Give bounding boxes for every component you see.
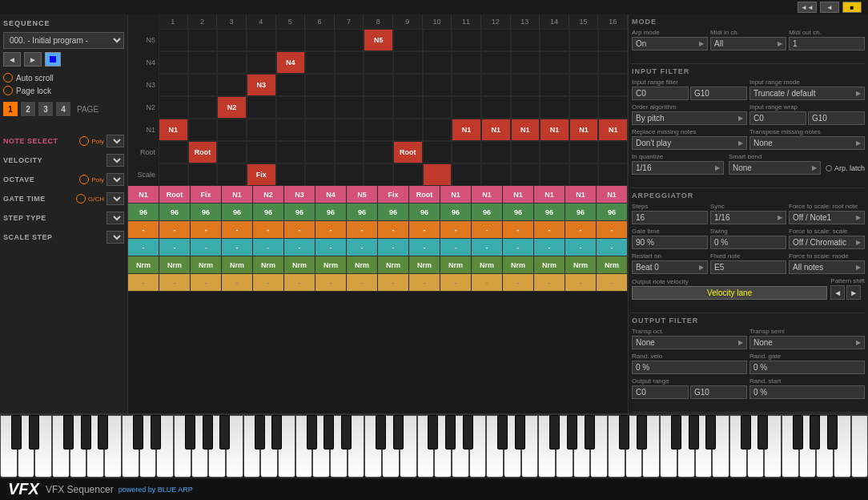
track-cell-step_type-8[interactable]: Nrm <box>378 256 409 273</box>
grid-cell-1-6[interactable] <box>335 51 364 74</box>
track-cell-scale_step-6[interactable]: - <box>315 274 347 291</box>
auto-scroll-row[interactable]: Auto scroll <box>3 73 124 83</box>
grid-cell-3-15[interactable] <box>598 96 628 119</box>
track-cell-gate_time-4[interactable]: - <box>253 239 284 256</box>
track-cell-gate_time-3[interactable]: - <box>222 239 253 256</box>
input-range-wrap-from[interactable]: C0 <box>749 111 806 125</box>
white-key-49[interactable] <box>851 415 868 478</box>
track-cell-gate_time-8[interactable]: - <box>378 239 409 256</box>
grid-cell-4-2[interactable] <box>217 119 247 141</box>
input-range-mode-val[interactable]: Truncate / default▶ <box>749 87 865 100</box>
grid-cell-4-0[interactable]: N1 <box>159 119 188 141</box>
grid-cell-4-7[interactable] <box>364 119 393 141</box>
force-root-val[interactable]: Off / Note1▶ <box>789 211 865 224</box>
track-cell-note_select-15[interactable]: N1 <box>597 186 628 203</box>
track-cell-octave-2[interactable]: - <box>191 221 222 238</box>
force-scale-val[interactable]: Off / Chromatic▶ <box>789 236 865 249</box>
grid-cell-0-12[interactable] <box>511 29 540 51</box>
track-cell-scale_step-12[interactable]: - <box>503 274 534 291</box>
restart-on-val[interactable]: Beat 0▶ <box>632 260 708 274</box>
track-cell-step_type-2[interactable]: Nrm <box>191 256 222 273</box>
track-cell-step_type-0[interactable]: Nrm <box>128 256 159 273</box>
grid-cell-1-8[interactable] <box>393 51 423 74</box>
track-cell-note_select-3[interactable]: N1 <box>222 186 253 203</box>
grid-cell-6-15[interactable] <box>598 163 628 186</box>
scale-step-dropdown[interactable]: ▼ <box>106 231 124 244</box>
velocity-dropdown[interactable]: ▼ <box>106 154 124 167</box>
track-cell-gate_time-13[interactable]: - <box>534 239 565 256</box>
track-cell-note_select-2[interactable]: Fix <box>191 186 222 203</box>
black-key-2-5[interactable] <box>341 415 352 450</box>
track-cell-octave-5[interactable]: - <box>284 221 315 238</box>
grid-cell-3-6[interactable] <box>335 96 364 119</box>
black-key-6-5[interactable] <box>827 415 838 450</box>
transport-btn-2[interactable]: ◄ <box>820 2 839 13</box>
grid-cell-6-10[interactable] <box>452 163 481 186</box>
track-cell-step_type-7[interactable]: Nrm <box>347 256 378 273</box>
grid-cell-3-12[interactable] <box>511 96 540 119</box>
grid-cell-4-9[interactable] <box>423 119 452 141</box>
grid-cell-3-8[interactable] <box>393 96 423 119</box>
fixed-note-val[interactable]: E5 <box>710 260 786 274</box>
black-key-0-0[interactable] <box>11 415 22 450</box>
track-cell-octave-4[interactable]: - <box>253 221 284 238</box>
track-cell-note_select-9[interactable]: Root <box>409 186 440 203</box>
note-select-dropdown[interactable]: ▼ <box>106 135 124 147</box>
midi-out-value[interactable]: 1 <box>789 37 865 50</box>
black-key-5-5[interactable] <box>705 415 716 450</box>
black-key-0-4[interactable] <box>81 415 91 450</box>
grid-cell-1-9[interactable] <box>423 51 452 74</box>
black-key-1-4[interactable] <box>203 415 213 450</box>
track-cell-velocity-15[interactable]: 96 <box>597 204 628 220</box>
track-cell-velocity-0[interactable]: 96 <box>128 204 159 220</box>
page-3-btn[interactable]: 3 <box>38 102 53 116</box>
black-key-1-1[interactable] <box>151 415 161 450</box>
arp-mode-value[interactable]: On▶ <box>632 37 708 50</box>
black-key-0-3[interactable] <box>63 415 74 450</box>
grid-cell-4-5[interactable] <box>305 119 335 141</box>
grid-cell-0-8[interactable] <box>393 29 423 51</box>
grid-cell-1-7[interactable] <box>364 51 393 74</box>
track-cell-octave-11[interactable]: - <box>472 221 503 238</box>
track-cell-gate_time-10[interactable]: - <box>440 239 472 256</box>
track-cell-note_select-0[interactable]: N1 <box>128 186 159 203</box>
octave-dropdown[interactable]: ▼ <box>106 173 124 186</box>
track-cell-octave-14[interactable]: - <box>565 221 597 238</box>
black-key-6-1[interactable] <box>757 415 768 450</box>
black-key-4-0[interactable] <box>497 415 508 450</box>
grid-cell-5-15[interactable] <box>598 141 628 163</box>
grid-cell-2-15[interactable] <box>598 74 628 96</box>
track-cell-velocity-1[interactable]: 96 <box>159 204 191 220</box>
grid-cell-3-10[interactable] <box>452 96 481 119</box>
in-quantize-val[interactable]: 1/16▶ <box>632 161 724 175</box>
grid-cell-4-13[interactable]: N1 <box>540 119 569 141</box>
auto-scroll-checkbox[interactable] <box>3 73 13 83</box>
track-cell-velocity-7[interactable]: 96 <box>347 204 378 220</box>
transport-btn-3[interactable]: ■ <box>842 2 862 13</box>
track-cell-scale_step-7[interactable]: - <box>347 274 378 291</box>
grid-cell-0-15[interactable] <box>598 29 628 51</box>
grid-cell-0-3[interactable] <box>247 29 276 51</box>
black-key-3-5[interactable] <box>463 415 473 450</box>
track-cell-gate_time-15[interactable]: - <box>597 239 628 256</box>
smart-bend-val[interactable]: None▶ <box>729 161 821 175</box>
track-cell-velocity-13[interactable]: 96 <box>534 204 565 220</box>
track-cell-note_select-4[interactable]: N2 <box>253 186 284 203</box>
grid-cell-5-9[interactable] <box>423 141 452 163</box>
track-cell-octave-6[interactable]: - <box>315 221 347 238</box>
black-key-6-3[interactable] <box>793 415 803 450</box>
track-cell-note_select-6[interactable]: N4 <box>315 186 347 203</box>
grid-cell-5-6[interactable] <box>335 141 364 163</box>
black-key-6-0[interactable] <box>741 415 751 450</box>
rand-gate-val[interactable]: 0 % <box>749 361 865 374</box>
track-cell-velocity-10[interactable]: 96 <box>440 204 472 220</box>
track-cell-note_select-13[interactable]: N1 <box>534 186 565 203</box>
black-key-2-0[interactable] <box>255 415 265 450</box>
input-range-wrap-to[interactable]: G10 <box>808 111 865 125</box>
grid-cell-2-1[interactable] <box>188 74 218 96</box>
grid-cell-5-11[interactable] <box>481 141 511 163</box>
transpose-missing-val[interactable]: None▶ <box>749 136 865 150</box>
gate-time-val[interactable]: 90 % <box>632 236 708 249</box>
track-cell-note_select-11[interactable]: N1 <box>472 186 503 203</box>
grid-cell-2-0[interactable] <box>159 74 188 96</box>
